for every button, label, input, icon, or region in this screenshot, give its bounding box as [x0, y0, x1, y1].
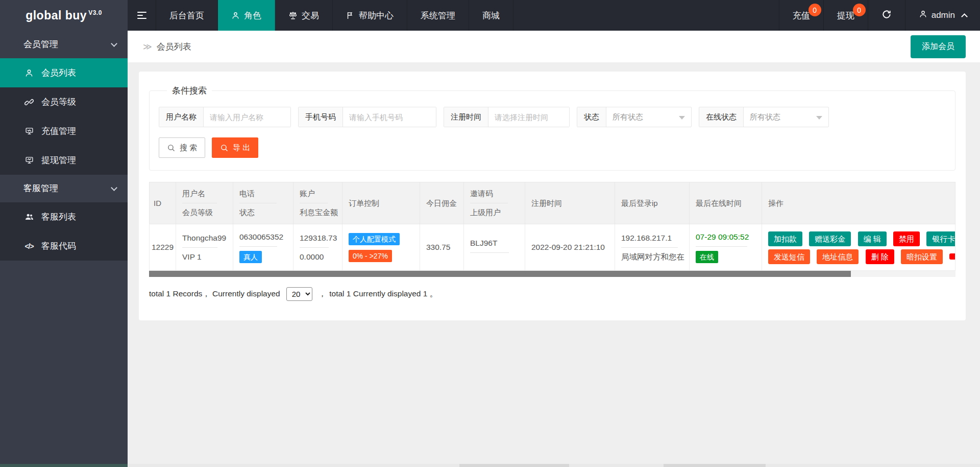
refresh-icon [881, 9, 892, 22]
export-button-label: 导 出 [233, 143, 250, 153]
table-horizontal-scrollbar[interactable] [149, 271, 955, 277]
search-panel: 条件搜索 用户名称 手机号码 注册时间 状态 所有状态 [149, 85, 955, 171]
action-adjust-balance-button[interactable]: 加扣款 [768, 231, 802, 246]
filter-regtime: 注册时间 [444, 107, 570, 127]
chevron-down-icon [111, 40, 117, 47]
col-lastip: 最后登录ip [615, 182, 690, 224]
nav-tab-label: 交易 [302, 10, 319, 21]
col-regtime: 注册时间 [525, 182, 615, 224]
filter-label: 手机号码 [299, 107, 343, 127]
action-hidden-deduct-button[interactable]: 暗扣设置 [901, 249, 943, 264]
action-more-button[interactable] [949, 253, 955, 260]
sidebar-item-member-level[interactable]: 会员等级 [0, 87, 128, 116]
cell-lastonline: 07-29 09:05:52 在线 [690, 224, 762, 271]
scrollbar-thumb[interactable] [149, 271, 851, 277]
sidebar-item-withdraw-mgmt[interactable]: 提现管理 [0, 146, 128, 175]
page-scrollbar-thumb[interactable] [0, 464, 128, 467]
action-delete-button[interactable]: 删 除 [866, 249, 894, 264]
recharge-label: 充值 [793, 10, 810, 21]
col-order-control: 订单控制 [342, 182, 420, 224]
app-title: global buyV3.0 [26, 9, 102, 22]
action-disable-button[interactable]: 禁用 [893, 231, 920, 246]
withdraw-label: 提现 [837, 10, 854, 21]
col-actions: 操作 [762, 182, 955, 224]
filter-label: 状态 [577, 107, 606, 127]
action-gift-bonus-button[interactable]: 赠送彩金 [809, 231, 851, 246]
code-icon: </> [24, 242, 34, 250]
refresh-button[interactable] [868, 0, 905, 31]
add-member-button[interactable]: 添加会员 [911, 35, 966, 58]
search-icon [167, 144, 176, 152]
sidebar-item-label: 充值管理 [41, 125, 76, 137]
cell-lastip: 192.168.217.1 局域网对方和您在 [615, 224, 690, 271]
withdraw-button[interactable]: 提现 0 [823, 0, 868, 31]
nav-tab-home[interactable]: 后台首页 [156, 0, 218, 31]
sidebar-group-service[interactable]: 客服管理 [0, 175, 128, 202]
col-id: ID [150, 182, 176, 224]
cell-phone: 0630065352 真人 [233, 224, 293, 271]
table-header-row: ID 用户名 会员等级 电话 状态 账户 利息宝金额 订单控制 今日佣金 邀请码 [150, 182, 955, 224]
page-size-select[interactable]: 20 [286, 287, 312, 301]
col-invite: 邀请码 上级用户 [464, 182, 525, 224]
sidebar-item-member-list[interactable]: 会员列表 [0, 58, 128, 87]
person-icon [231, 11, 240, 20]
col-commission: 今日佣金 [420, 182, 464, 224]
members-table: ID 用户名 会员等级 电话 状态 账户 利息宝金额 订单控制 今日佣金 邀请码 [149, 182, 955, 271]
nav-tab-label: 帮助中心 [359, 10, 394, 21]
regtime-input[interactable] [488, 107, 569, 127]
col-account: 账户 利息宝金额 [293, 182, 342, 224]
nav-tab-label: 系统管理 [421, 10, 455, 21]
action-edit-button[interactable]: 编 辑 [858, 231, 887, 246]
export-button[interactable]: 导 出 [212, 137, 258, 158]
board-icon [24, 127, 34, 135]
cell-actions: 加扣款 赠送彩金 编 辑 禁用 银行卡 发送短信 地址信息 删 除 暗扣设置 [762, 224, 955, 271]
scales-icon [288, 11, 298, 20]
people-icon [24, 212, 34, 222]
pagination-footer: total 1 Records， Currently displayed 20 … [149, 287, 955, 301]
sidebar: 会员管理 会员列表 会员等级 充值管理 [0, 31, 128, 467]
breadcrumb-bar: ≫ 会员列表 添加会员 [128, 31, 980, 62]
page-title: 会员列表 [157, 41, 191, 53]
cell-account: 129318.73 0.0000 [293, 224, 342, 271]
nav-tab-roles[interactable]: 角色 [218, 0, 275, 31]
action-bank-card-button[interactable]: 银行卡 [926, 231, 955, 246]
cell-id: 12229 [150, 224, 176, 271]
footer-separator: ， [318, 289, 327, 299]
nav-tab-mall[interactable]: 商城 [469, 0, 513, 31]
person-icon [24, 68, 34, 78]
search-button[interactable]: 搜 索 [159, 137, 205, 158]
phone-input[interactable] [343, 107, 436, 127]
filter-phone: 手机号码 [298, 107, 436, 127]
user-menu[interactable]: admin [905, 0, 980, 31]
withdraw-badge: 0 [853, 4, 866, 16]
sidebar-group-label: 会员管理 [23, 39, 58, 49]
sidebar-item-recharge-mgmt[interactable]: 充值管理 [0, 116, 128, 146]
page-horizontal-scrollbar[interactable] [0, 464, 980, 467]
menu-toggle-icon[interactable] [128, 0, 156, 31]
main-content: ≫ 会员列表 添加会员 条件搜索 用户名称 手机号码 注册时间 [128, 31, 980, 467]
filter-username: 用户名称 [159, 107, 291, 127]
filter-label: 用户名称 [159, 107, 204, 127]
nav-tab-system[interactable]: 系统管理 [407, 0, 469, 31]
action-address-info-button[interactable]: 地址信息 [817, 249, 859, 264]
online-status-select[interactable]: 所有状态 [744, 107, 828, 127]
caret-down-icon [679, 116, 685, 120]
recharge-button[interactable]: 充值 0 [779, 0, 823, 31]
chevron-down-icon [111, 184, 117, 191]
real-user-badge: 真人 [239, 251, 262, 263]
nav-tab-help[interactable]: 帮助中心 [333, 0, 407, 31]
nav-tab-label: 角色 [244, 10, 261, 21]
nav-tab-trade[interactable]: 交易 [275, 0, 333, 31]
status-select[interactable]: 所有状态 [606, 107, 691, 127]
link-icon [24, 98, 34, 107]
filter-status: 状态 所有状态 [577, 107, 692, 127]
sidebar-item-service-code[interactable]: </> 客服代码 [0, 231, 128, 261]
action-send-sms-button[interactable]: 发送短信 [768, 249, 810, 264]
sidebar-item-service-list[interactable]: 客服列表 [0, 202, 128, 231]
username-input[interactable] [204, 107, 290, 127]
sidebar-group-label: 客服管理 [23, 183, 58, 193]
online-status-select-value: 所有状态 [750, 112, 780, 122]
nav-tab-label: 商城 [482, 10, 500, 21]
sidebar-group-members[interactable]: 会员管理 [0, 31, 128, 58]
filter-label: 注册时间 [444, 107, 488, 127]
